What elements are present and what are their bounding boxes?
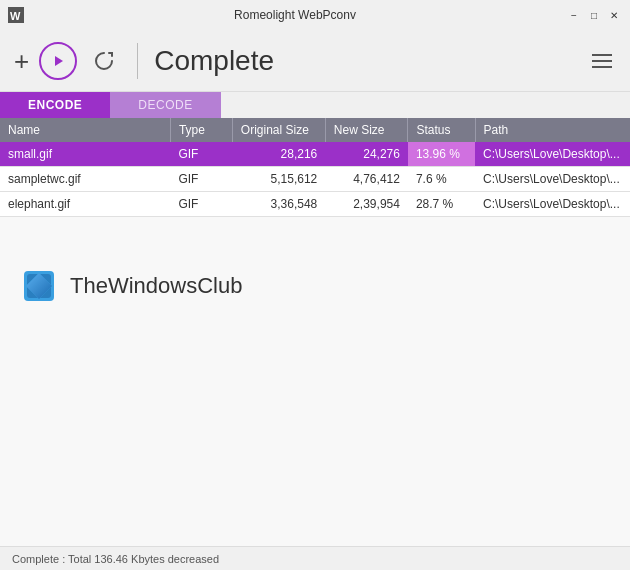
toolbar: + Complete bbox=[0, 30, 630, 92]
refresh-button[interactable] bbox=[87, 44, 121, 78]
cell-path: C:\Users\Love\Desktop\... bbox=[475, 142, 630, 167]
tab-decode[interactable]: DECODE bbox=[110, 92, 220, 118]
app-icon: W bbox=[8, 7, 24, 23]
col-header-name: Name bbox=[0, 118, 170, 142]
menu-button[interactable] bbox=[588, 50, 616, 72]
status-text: Complete : Total 136.46 Kbytes decreased bbox=[12, 553, 219, 565]
close-button[interactable]: ✕ bbox=[606, 7, 622, 23]
maximize-button[interactable]: □ bbox=[586, 7, 602, 23]
col-header-status: Status bbox=[408, 118, 475, 142]
cell-status: 28.7 % bbox=[408, 192, 475, 217]
files-table: Name Type Original Size New Size Status … bbox=[0, 118, 630, 217]
cell-name: sampletwc.gif bbox=[0, 167, 170, 192]
minimize-button[interactable]: − bbox=[566, 7, 582, 23]
cell-status: 7.6 % bbox=[408, 167, 475, 192]
cell-name: elephant.gif bbox=[0, 192, 170, 217]
tab-encode[interactable]: ENCODE bbox=[0, 92, 110, 118]
cell-path: C:\Users\Love\Desktop\... bbox=[475, 167, 630, 192]
cell-orig-size: 5,15,612 bbox=[232, 167, 325, 192]
hamburger-line-3 bbox=[592, 66, 612, 68]
logo-text: TheWindowsClub bbox=[70, 273, 242, 299]
cell-path: C:\Users\Love\Desktop\... bbox=[475, 192, 630, 217]
cell-new-size: 4,76,412 bbox=[325, 167, 408, 192]
title-bar: W Romeolight WebPconv − □ ✕ bbox=[0, 0, 630, 30]
files-table-container: Name Type Original Size New Size Status … bbox=[0, 118, 630, 546]
window-controls: − □ ✕ bbox=[566, 7, 622, 23]
cell-new-size: 2,39,954 bbox=[325, 192, 408, 217]
cell-type: GIF bbox=[170, 167, 232, 192]
cell-new-size: 24,276 bbox=[325, 142, 408, 167]
toolbar-status-title: Complete bbox=[154, 45, 274, 77]
status-bar: Complete : Total 136.46 Kbytes decreased bbox=[0, 546, 630, 570]
hamburger-line-1 bbox=[592, 54, 612, 56]
toolbar-divider bbox=[137, 43, 138, 79]
table-header-row: Name Type Original Size New Size Status … bbox=[0, 118, 630, 142]
col-header-type: Type bbox=[170, 118, 232, 142]
col-header-path: Path bbox=[475, 118, 630, 142]
cell-orig-size: 28,216 bbox=[232, 142, 325, 167]
table-row[interactable]: elephant.gifGIF3,36,5482,39,95428.7 %C:\… bbox=[0, 192, 630, 217]
cell-orig-size: 3,36,548 bbox=[232, 192, 325, 217]
tabs-container: ENCODE DECODE bbox=[0, 92, 630, 118]
col-header-orig-size: Original Size bbox=[232, 118, 325, 142]
col-header-new-size: New Size bbox=[325, 118, 408, 142]
svg-marker-2 bbox=[55, 56, 63, 66]
cell-name: small.gif bbox=[0, 142, 170, 167]
logo-icon bbox=[20, 267, 58, 305]
window-title: Romeolight WebPconv bbox=[24, 8, 566, 22]
cell-status: 13.96 % bbox=[408, 142, 475, 167]
cell-type: GIF bbox=[170, 192, 232, 217]
add-button[interactable]: + bbox=[14, 48, 29, 74]
cell-type: GIF bbox=[170, 142, 232, 167]
hamburger-line-2 bbox=[592, 60, 612, 62]
play-button[interactable] bbox=[39, 42, 77, 80]
table-row[interactable]: small.gifGIF28,21624,27613.96 %C:\Users\… bbox=[0, 142, 630, 167]
table-row[interactable]: sampletwc.gifGIF5,15,6124,76,4127.6 %C:\… bbox=[0, 167, 630, 192]
logo-area: TheWindowsClub bbox=[0, 247, 630, 325]
svg-text:W: W bbox=[10, 10, 21, 22]
